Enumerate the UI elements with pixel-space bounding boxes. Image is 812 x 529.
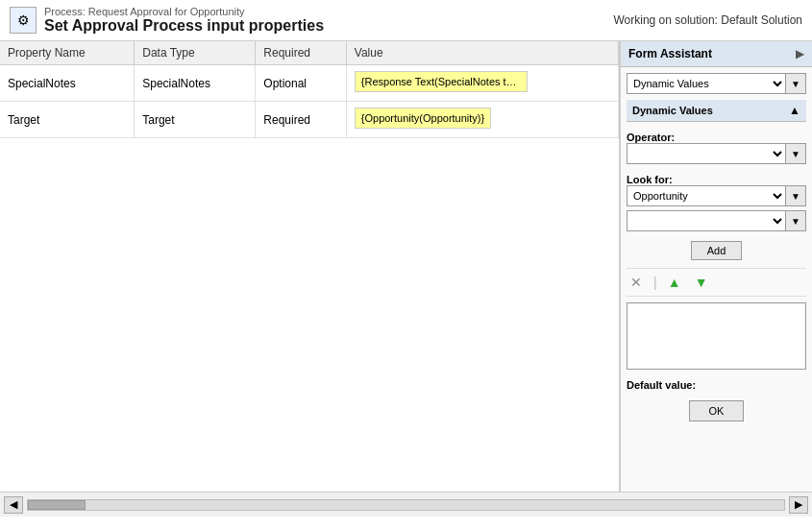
panel-body: Dynamic Values ▼ Dynamic Values ▲ Operat… xyxy=(621,67,812,492)
value-badge-1[interactable]: {Response Text(SpecialNotes to Manage xyxy=(355,71,528,92)
operator-group: Operator: ▼ xyxy=(627,128,806,164)
scroll-left-arrow[interactable]: ◀ xyxy=(4,496,23,514)
secondary-select-row: ▼ xyxy=(627,210,806,231)
form-assistant-panel: Form Assistant ▶ Dynamic Values ▼ Dynami… xyxy=(620,41,812,492)
look-for-select[interactable]: Opportunity xyxy=(627,185,786,206)
dynamic-values-section-header[interactable]: Dynamic Values ▲ xyxy=(627,100,806,122)
process-icon: ⚙ xyxy=(10,7,37,34)
operator-select-row: ▼ xyxy=(627,143,806,164)
scroll-right-arrow[interactable]: ▶ xyxy=(789,496,808,514)
cell-value-2[interactable]: {Opportunity(Opportunity)} xyxy=(346,102,618,138)
operator-select[interactable] xyxy=(627,143,786,164)
left-content: Property Name Data Type Required Value S… xyxy=(0,41,620,492)
main-dropdown-row: Dynamic Values ▼ xyxy=(627,73,806,94)
dynamic-values-select[interactable]: Dynamic Values xyxy=(627,73,786,94)
col-required: Required xyxy=(256,41,346,65)
move-up-icon[interactable]: ▲ xyxy=(665,273,684,292)
top-bar-left: ⚙ Process: Request Approval for Opportun… xyxy=(10,6,324,35)
col-value: Value xyxy=(346,41,618,65)
default-value-label: Default value: xyxy=(627,379,806,391)
table-row: SpecialNotes SpecialNotes Optional {Resp… xyxy=(0,65,619,102)
expand-icon[interactable]: ▶ xyxy=(796,47,804,60)
process-label: Process: Request Approval for Opportunit… xyxy=(44,6,324,17)
ok-button[interactable]: OK xyxy=(689,400,745,421)
look-for-label: Look for: xyxy=(627,174,806,185)
value-badge-2[interactable]: {Opportunity(Opportunity)} xyxy=(355,108,491,129)
cell-required-2: Required xyxy=(256,102,346,138)
look-for-dropdown-btn[interactable]: ▼ xyxy=(786,185,806,206)
table-header-row: Property Name Data Type Required Value xyxy=(0,41,619,65)
col-data-type: Data Type xyxy=(135,41,256,65)
panel-header: Form Assistant ▶ xyxy=(621,41,812,67)
cell-property-name-2: Target xyxy=(0,102,135,138)
horizontal-scrollbar: ◀ ▶ xyxy=(0,492,812,517)
main-layout: Property Name Data Type Required Value S… xyxy=(0,41,812,492)
top-bar: ⚙ Process: Request Approval for Opportun… xyxy=(0,0,812,41)
scroll-track[interactable] xyxy=(27,499,785,511)
dynamic-values-section-title: Dynamic Values xyxy=(632,105,713,116)
separator: | xyxy=(653,275,657,290)
cell-data-type-2: Target xyxy=(135,102,256,138)
move-down-icon[interactable]: ▼ xyxy=(692,273,711,292)
top-bar-text: Process: Request Approval for Opportunit… xyxy=(44,6,324,35)
page-title: Set Approval Process input properties xyxy=(44,17,324,35)
dynamic-values-dropdown-btn[interactable]: ▼ xyxy=(786,73,806,94)
working-on-label: Working on solution: Default Solution xyxy=(613,13,802,27)
cell-data-type-1: SpecialNotes xyxy=(135,65,256,102)
delete-icon[interactable]: ✕ xyxy=(627,273,646,292)
secondary-dropdown-btn[interactable]: ▼ xyxy=(786,210,806,231)
look-for-group: Look for: Opportunity ▼ ▼ xyxy=(627,170,806,231)
scroll-thumb[interactable] xyxy=(28,500,86,510)
form-assistant-title: Form Assistant xyxy=(628,47,712,60)
action-bar: ✕ | ▲ ▼ xyxy=(627,268,806,297)
value-textarea[interactable] xyxy=(627,302,806,370)
properties-table: Property Name Data Type Required Value S… xyxy=(0,41,619,138)
cell-required-1: Optional xyxy=(256,65,346,102)
secondary-select[interactable] xyxy=(627,210,786,231)
cell-property-name-1: SpecialNotes xyxy=(0,65,135,102)
look-for-select-row: Opportunity ▼ xyxy=(627,185,806,206)
add-button[interactable]: Add xyxy=(691,241,743,260)
gear-icon: ⚙ xyxy=(17,12,30,28)
operator-dropdown-btn[interactable]: ▼ xyxy=(786,143,806,164)
collapse-icon[interactable]: ▲ xyxy=(789,104,800,117)
cell-value-1[interactable]: {Response Text(SpecialNotes to Manage xyxy=(346,65,618,102)
col-property-name: Property Name xyxy=(0,41,135,65)
operator-label: Operator: xyxy=(627,132,806,143)
table-row: Target Target Required {Opportunity(Oppo… xyxy=(0,102,619,138)
